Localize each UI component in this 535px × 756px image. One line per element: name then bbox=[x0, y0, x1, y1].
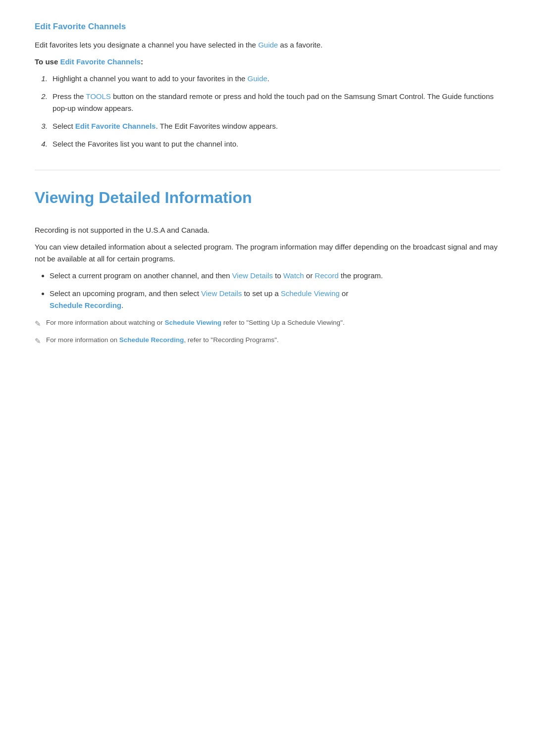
note-1: ✎ For more information about watching or… bbox=[35, 317, 500, 330]
note1-after: refer to "Setting Up a Schedule Viewing"… bbox=[221, 319, 345, 326]
step-1: Highlight a channel you want to add to y… bbox=[50, 73, 500, 85]
schedule-recording-link-1[interactable]: Schedule Recording bbox=[50, 301, 121, 309]
bullet1-mid1: to bbox=[273, 271, 283, 280]
step1-text-before: Highlight a channel you want to add to y… bbox=[53, 74, 248, 83]
viewing-detailed-information-section: Viewing Detailed Information Recording i… bbox=[35, 185, 500, 347]
tools-link[interactable]: TOOLS bbox=[86, 92, 111, 101]
guide-link-2[interactable]: Guide bbox=[248, 74, 268, 83]
pencil-icon-1: ✎ bbox=[35, 318, 41, 330]
view-details-link-2[interactable]: View Details bbox=[201, 289, 242, 298]
bullet-1: Select a current program on another chan… bbox=[50, 270, 500, 282]
bullet1-before: Select a current program on another chan… bbox=[50, 271, 232, 280]
note1-before: For more information about watching or bbox=[46, 319, 164, 326]
section1-intro-end: as a favorite. bbox=[278, 41, 322, 49]
step3-text-before: Select bbox=[53, 122, 75, 130]
section1-to-use-line: To use Edit Favorite Channels: bbox=[35, 56, 500, 68]
section1-steps-list: Highlight a channel you want to add to y… bbox=[35, 73, 500, 150]
step2-text-before: Press the bbox=[53, 92, 86, 101]
record-link[interactable]: Record bbox=[315, 271, 338, 280]
note-2: ✎ For more information on Schedule Recor… bbox=[35, 335, 500, 347]
section2-bullets: Select a current program on another chan… bbox=[35, 270, 500, 311]
edit-favorite-channels-link-2[interactable]: Edit Favorite Channels bbox=[75, 122, 156, 130]
guide-link-1[interactable]: Guide bbox=[258, 41, 278, 49]
pencil-icon-2: ✎ bbox=[35, 335, 41, 347]
step-2: Press the TOOLS button on the standard r… bbox=[50, 91, 500, 114]
step-3: Select Edit Favorite Channels. The Edit … bbox=[50, 120, 500, 132]
edit-favorite-channels-link[interactable]: Edit Favorite Channels bbox=[60, 57, 141, 66]
note1-text: For more information about watching or S… bbox=[46, 317, 345, 328]
view-details-link-1[interactable]: View Details bbox=[232, 271, 273, 280]
edit-favorite-channels-section: Edit Favorite Channels Edit favorites le… bbox=[35, 20, 500, 150]
schedule-viewing-link-1[interactable]: Schedule Viewing bbox=[281, 289, 340, 298]
section1-title: Edit Favorite Channels bbox=[35, 20, 500, 33]
step-4: Select the Favorites list you want to pu… bbox=[50, 138, 500, 150]
schedule-viewing-link-2[interactable]: Schedule Viewing bbox=[164, 319, 221, 326]
step3-text-after: . The Edit Favorites window appears. bbox=[156, 122, 278, 130]
bullet2-mid2: or bbox=[340, 289, 349, 298]
step2-text-after: button on the standard remote or press a… bbox=[53, 92, 494, 112]
step1-text-after: . bbox=[268, 74, 269, 83]
to-use-label: To use bbox=[35, 57, 60, 66]
bullet2-mid1: to set up a bbox=[242, 289, 280, 298]
schedule-recording-link-2[interactable]: Schedule Recording bbox=[119, 336, 184, 344]
note2-text: For more information on Schedule Recordi… bbox=[46, 335, 279, 346]
bullet-2: Select an upcoming program, and then sel… bbox=[50, 288, 500, 311]
section2-title: Viewing Detailed Information bbox=[35, 185, 500, 215]
bullet2-after: . bbox=[121, 301, 123, 309]
section1-intro-text: Edit favorites lets you designate a chan… bbox=[35, 41, 258, 49]
step4-text: Select the Favorites list you want to pu… bbox=[53, 140, 238, 148]
bullet1-after: the program. bbox=[339, 271, 383, 280]
note2-before: For more information on bbox=[46, 336, 119, 344]
note2-after: , refer to "Recording Programs". bbox=[184, 336, 278, 344]
section2-para1: Recording is not supported in the U.S.A … bbox=[35, 224, 500, 236]
bullet1-mid2: or bbox=[304, 271, 315, 280]
to-use-colon: : bbox=[141, 57, 143, 66]
watch-link[interactable]: Watch bbox=[283, 271, 304, 280]
section2-para2: You can view detailed information about … bbox=[35, 241, 500, 265]
section1-intro: Edit favorites lets you designate a chan… bbox=[35, 39, 500, 51]
section-divider bbox=[35, 170, 500, 170]
bullet2-before: Select an upcoming program, and then sel… bbox=[50, 289, 201, 298]
